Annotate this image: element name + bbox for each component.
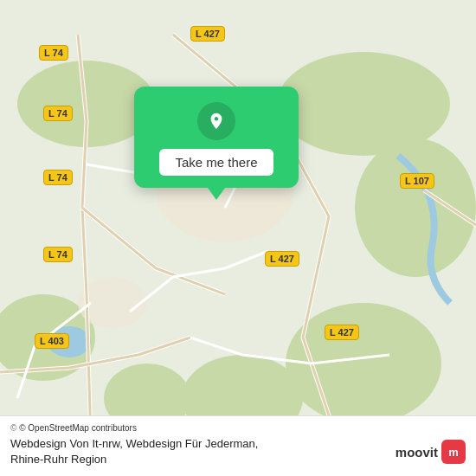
map-container: L 427 L 74 L 74 L 74 L 74 L 107 L 427 L … [0, 0, 476, 476]
moovit-icon: m [441, 440, 466, 464]
road-label-l74-1: L 74 [39, 45, 68, 61]
bottom-bar: © © OpenStreetMap contributors Webdesign… [0, 415, 476, 476]
road-label-l74-4: L 74 [43, 247, 73, 262]
svg-text:m: m [448, 446, 459, 459]
road-label-l74-3: L 74 [43, 170, 73, 185]
road-label-l427-bot: L 427 [325, 325, 359, 340]
moovit-text: moovit [396, 445, 438, 460]
road-label-l427-mid: L 427 [265, 251, 299, 267]
road-label-l107: L 107 [400, 173, 434, 189]
copyright-text: © © OpenStreetMap contributors [10, 423, 466, 433]
road-label-l403: L 403 [35, 333, 69, 349]
location-pin-icon [207, 112, 226, 131]
take-me-there-button[interactable]: Take me there [159, 149, 273, 176]
svg-point-1 [355, 138, 476, 277]
road-network [0, 0, 476, 476]
location-icon-wrap [197, 102, 235, 140]
road-label-l74-2: L 74 [43, 106, 73, 121]
popup-card[interactable]: Take me there [134, 87, 299, 188]
moovit-logo: moovit m [396, 440, 466, 464]
road-label-l427-top: L 427 [190, 26, 225, 42]
